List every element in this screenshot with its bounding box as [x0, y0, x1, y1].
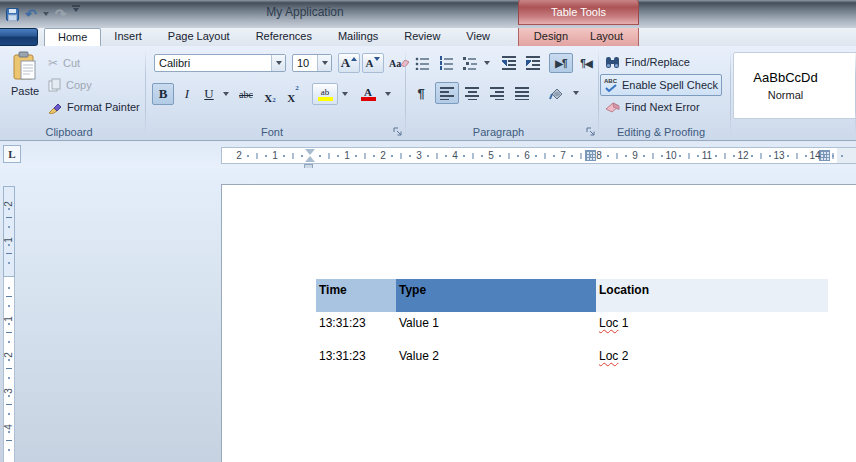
ruler-tick	[283, 155, 285, 157]
highlight-color-button[interactable]: ab	[312, 83, 338, 105]
bullets-button[interactable]	[411, 53, 433, 73]
ruler-tick	[409, 155, 411, 157]
enable-spell-check-button[interactable]: ABC Enable Spell Check	[600, 74, 722, 96]
align-center-button[interactable]	[460, 82, 484, 104]
style-item-heading[interactable]: AaB Head	[837, 53, 856, 118]
data-table[interactable]: Time Type Location 13:31:23 Value 1 Loc …	[316, 279, 828, 378]
application-menu-button[interactable]	[0, 28, 38, 46]
header-cell-type[interactable]: Type	[396, 279, 596, 312]
font-name-dropdown[interactable]	[271, 55, 285, 71]
cut-button[interactable]: ✂ Cut	[48, 54, 80, 72]
tab-insert[interactable]: Insert	[101, 28, 155, 46]
numbering-button[interactable]	[435, 53, 457, 73]
ruler-tick	[373, 155, 375, 157]
vertical-ruler-margin[interactable]: 21	[3, 186, 15, 277]
italic-button[interactable]: I	[176, 83, 198, 105]
multilevel-list-icon	[463, 56, 477, 70]
header-cell-time[interactable]: Time	[316, 279, 396, 312]
align-justify-icon	[515, 86, 529, 100]
paragraph-dialog-launcher[interactable]	[585, 126, 596, 137]
underline-dropdown[interactable]	[220, 83, 232, 105]
group-font: Calibri 10 A A Aa B I	[146, 46, 406, 140]
cell-location[interactable]: Loc 2	[596, 345, 828, 378]
ruler-number: 2	[380, 150, 386, 161]
strikethrough-button[interactable]: abc	[234, 83, 258, 105]
chevron-down-icon	[276, 61, 282, 65]
shading-bucket-icon	[548, 86, 564, 101]
font-name-select[interactable]: Calibri	[154, 54, 286, 72]
paste-button[interactable]: Paste	[6, 51, 44, 123]
ruler-number: 7	[560, 150, 566, 161]
shading-dropdown[interactable]	[570, 82, 582, 104]
ruler-tick	[8, 431, 10, 433]
rtl-direction-button[interactable]: ¶◀	[574, 53, 598, 73]
hanging-indent-marker[interactable]	[305, 156, 315, 162]
font-color-dropdown[interactable]	[382, 83, 394, 105]
font-size-dropdown[interactable]	[317, 55, 331, 71]
align-right-button[interactable]	[485, 82, 509, 104]
group-styles: AaBbCcDd Normal AaB Head	[731, 46, 856, 140]
superscript-mark: 2	[295, 84, 299, 92]
tab-layout[interactable]: Layout	[584, 28, 629, 46]
arrow-up-icon	[351, 57, 357, 61]
font-color-button[interactable]: A	[355, 83, 381, 105]
superscript-base: X	[287, 92, 295, 104]
document-page[interactable]: Time Type Location 13:31:23 Value 1 Loc …	[221, 184, 856, 462]
grow-font-button[interactable]: A	[338, 53, 360, 73]
multilevel-list-dropdown[interactable]	[481, 53, 493, 73]
first-line-indent-marker[interactable]	[305, 149, 315, 155]
ruler-number: 10	[665, 150, 676, 161]
show-marks-button[interactable]: ¶	[411, 82, 431, 104]
ruler-tick	[401, 153, 402, 159]
align-left-button[interactable]	[435, 82, 459, 104]
spell-check-icon: ABC	[604, 79, 617, 92]
copy-label: Copy	[66, 79, 92, 91]
copy-button[interactable]: Copy	[48, 76, 92, 94]
cell-time[interactable]: 13:31:23	[316, 312, 396, 345]
ruler-tick	[517, 155, 519, 157]
bold-button[interactable]: B	[152, 83, 174, 105]
header-cell-location[interactable]: Location	[596, 279, 828, 312]
underline-button[interactable]: U	[198, 83, 220, 105]
numbered-list-icon	[439, 56, 453, 70]
tab-mailings[interactable]: Mailings	[325, 28, 391, 46]
ruler-tick	[8, 262, 10, 264]
font-dialog-launcher[interactable]	[392, 126, 403, 137]
highlight-color-dropdown[interactable]	[339, 83, 351, 105]
multilevel-list-button[interactable]	[459, 53, 481, 73]
chevron-down-icon	[342, 92, 348, 96]
ltr-direction-button[interactable]: ▶¶	[549, 53, 573, 73]
tab-references[interactable]: References	[243, 28, 325, 46]
format-painter-icon	[48, 100, 62, 114]
find-replace-button[interactable]: Find/Replace	[602, 52, 693, 72]
format-painter-button[interactable]: Format Painter	[48, 98, 140, 116]
decrease-indent-button[interactable]	[498, 53, 520, 73]
shrink-font-button[interactable]: A	[362, 53, 384, 73]
ruler-tick	[625, 155, 627, 157]
find-next-error-button[interactable]: Find Next Error	[602, 97, 703, 117]
ruler-number: 6	[524, 150, 530, 161]
ruler-number: 1	[344, 150, 350, 161]
tab-design[interactable]: Design	[528, 28, 574, 46]
vertical-ruler[interactable]: 1234	[3, 277, 15, 462]
ruler-tick	[653, 153, 654, 159]
subscript-button[interactable]: X2	[259, 83, 281, 105]
cell-type[interactable]: Value 1	[396, 312, 596, 345]
tab-page-layout[interactable]: Page Layout	[155, 28, 243, 46]
style-item-normal[interactable]: AaBbCcDd Normal	[734, 53, 837, 118]
cell-type[interactable]: Value 2	[396, 345, 596, 378]
horizontal-ruler[interactable]: 211234567891011121314	[221, 147, 856, 164]
tab-view[interactable]: View	[453, 28, 503, 46]
superscript-button[interactable]: X2	[282, 83, 304, 105]
cell-time[interactable]: 13:31:23	[316, 345, 396, 378]
highlight-color-swatch	[318, 97, 333, 101]
font-size-select[interactable]: 10	[292, 54, 332, 72]
cell-location[interactable]: Loc 1	[596, 312, 828, 345]
indent-icon	[526, 56, 540, 70]
tab-stop-selector[interactable]: L	[3, 145, 21, 163]
tab-review[interactable]: Review	[391, 28, 453, 46]
tab-home[interactable]: Home	[44, 28, 101, 46]
align-justify-button[interactable]	[510, 82, 534, 104]
shading-button[interactable]	[543, 82, 569, 104]
increase-indent-button[interactable]	[522, 53, 544, 73]
